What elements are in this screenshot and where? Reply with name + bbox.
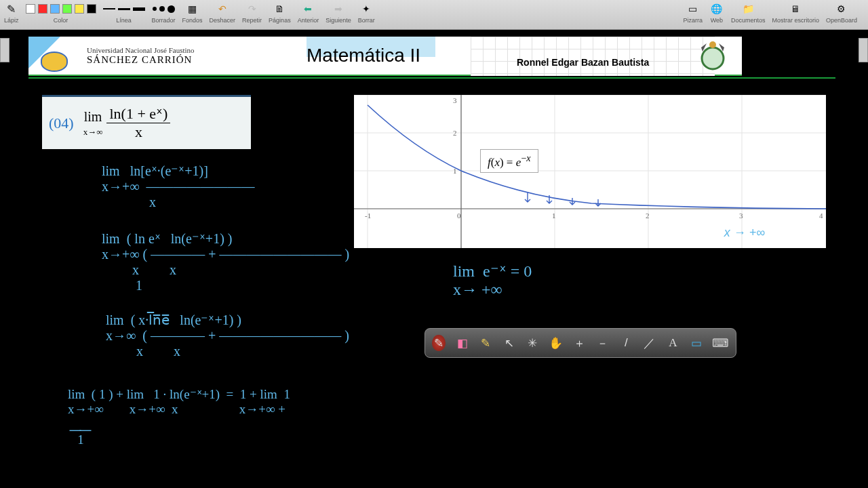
tool-docs[interactable]: 📁 Documentos: [731, 1, 766, 24]
tool-backgrounds[interactable]: ▦ Fondos: [182, 1, 203, 24]
svg-text:3: 3: [739, 211, 743, 220]
problem-box: (04) limx→∞ ln(1 + eˣ) x: [42, 95, 251, 149]
work-line-2: lim ( ln eˣ ln(e⁻ˣ+1) ) x→+∞ ( ———— + ——…: [102, 230, 349, 293]
left-panel-handle[interactable]: [0, 38, 9, 62]
svg-text:-1: -1: [365, 211, 371, 220]
work-line-1: lim ln[eˣ·(e⁻ˣ+1)] x→+∞ ———————— x: [102, 163, 255, 210]
tool-zoomin-icon[interactable]: ＋: [572, 335, 586, 351]
svg-text:4: 4: [819, 211, 823, 220]
svg-text:1: 1: [552, 211, 556, 220]
svg-text:0: 0: [457, 211, 461, 220]
tool-pointer-icon[interactable]: ↖: [502, 335, 515, 351]
divider: [28, 77, 835, 79]
denominator: x: [135, 123, 142, 141]
tool-undo[interactable]: ↶ Deshacer: [210, 1, 236, 24]
label-deshacer: Deshacer: [210, 17, 236, 24]
floating-toolbox[interactable]: ✎ ◧ ✎ ↖ ✳ ✋ ＋ － / ／ A ▭ ⌨: [425, 328, 736, 358]
label-borrar: Borrar: [358, 17, 375, 24]
label-web: Web: [711, 17, 723, 24]
label-repetir: Repetir: [242, 17, 262, 24]
top-toolbar: ✎ Lápiz Color Línea Borrador ▦ Fondos ↶ …: [0, 0, 868, 30]
svg-text:2: 2: [453, 129, 457, 137]
university-subname: SÁNCHEZ CARRIÓN: [87, 54, 195, 66]
label-openboard: OpenBoard: [826, 17, 857, 24]
tool-laser-icon[interactable]: /: [619, 335, 633, 351]
tool-zoomout-icon[interactable]: －: [596, 335, 610, 351]
tool-text-icon[interactable]: A: [666, 335, 679, 351]
course-title: Matemática II: [307, 37, 471, 75]
tool-keyboard-icon[interactable]: ⌨: [713, 335, 729, 351]
label-docs: Documentos: [731, 17, 766, 24]
label-lapiz: Lápiz: [4, 17, 19, 24]
author-name: Ronnel Edgar Bazan Bautista: [517, 57, 649, 68]
svg-text:1: 1: [453, 167, 457, 175]
tool-prev[interactable]: ⬅ Anterior: [298, 1, 319, 24]
board-icon: ▭: [686, 1, 701, 16]
tool-pen-icon[interactable]: ✎: [432, 335, 446, 351]
color-yellow[interactable]: [75, 4, 84, 14]
tool-desktop[interactable]: 🖥 Mostrar escritorio: [772, 1, 819, 24]
label-paginas: Páginas: [269, 17, 291, 24]
label-pizarra: Pizarra: [683, 17, 703, 24]
svg-point-1: [709, 41, 716, 48]
clear-icon: ✦: [359, 1, 374, 16]
color-black[interactable]: [87, 4, 96, 14]
tool-pen[interactable]: ✎ Lápiz: [4, 1, 19, 24]
tool-screen-icon[interactable]: ▭: [690, 335, 703, 351]
desktop-icon: 🖥: [788, 1, 803, 16]
course-header: Universidad Nacional José Faustino SÁNCH…: [28, 37, 742, 76]
tool-hand-sparkle-icon[interactable]: ✳: [526, 335, 539, 351]
page-add-icon: 🗎: [272, 1, 287, 16]
globe-icon: 🌐: [709, 1, 724, 16]
label-anterior: Anterior: [298, 17, 319, 24]
pen-icon: ✎: [7, 3, 16, 16]
work-line-4: lim ( 1 ) + lim 1 · ln(e⁻ˣ+1) = 1 + lim …: [68, 386, 290, 447]
tool-clear[interactable]: ✦ Borrar: [358, 1, 375, 24]
tool-pages[interactable]: 🗎 Páginas: [269, 1, 291, 24]
tool-openboard[interactable]: ⚙ OpenBoard: [826, 1, 857, 24]
university-logo: [28, 37, 80, 75]
label-mostrar: Mostrar escritorio: [772, 17, 819, 24]
color-green[interactable]: [62, 4, 72, 14]
svg-text:2: 2: [646, 211, 650, 220]
tool-hand-icon[interactable]: ✋: [549, 335, 563, 351]
numerator: ln(1 + eˣ): [106, 105, 170, 123]
svg-text:3: 3: [453, 96, 457, 104]
label-siguiente: Siguiente: [326, 17, 351, 24]
tool-line-icon[interactable]: ／: [643, 335, 656, 351]
tool-eraser-icon[interactable]: ◧: [455, 335, 469, 351]
tool-color[interactable]: Color: [26, 1, 96, 24]
folder-icon: 📁: [741, 1, 755, 16]
right-panel-handle[interactable]: [859, 38, 868, 62]
tool-eraser-size[interactable]: Borrador: [152, 1, 176, 24]
work-right-1: lim e⁻ˣ = 0 x→ +∞: [453, 262, 532, 299]
next-icon: ➡: [331, 1, 346, 16]
prev-icon: ⬅: [300, 1, 315, 16]
university-name: Universidad Nacional José Faustino: [87, 46, 195, 54]
undo-icon: ↶: [215, 1, 230, 16]
tool-highlighter-icon[interactable]: ✎: [479, 335, 492, 351]
problem-number: (04): [49, 115, 74, 132]
tool-next[interactable]: ➡ Siguiente: [326, 1, 351, 24]
color-white[interactable]: [26, 4, 35, 14]
color-red[interactable]: [38, 4, 47, 14]
color-blue[interactable]: [50, 4, 60, 14]
tool-board[interactable]: ▭ Pizarra: [683, 1, 703, 24]
tool-web[interactable]: 🌐 Web: [709, 1, 724, 24]
tool-line[interactable]: Línea: [103, 1, 145, 24]
work-line-3: lim ( x·l̅n̅e̅ ln(e⁻ˣ+1) ) x→∞ ( ———— + …: [106, 312, 349, 359]
graph-note: x → +∞: [724, 226, 765, 240]
gear-icon: ⚙: [834, 1, 849, 16]
label-borrador: Borrador: [152, 17, 176, 24]
label-fondos: Fondos: [182, 17, 203, 24]
grid-icon: ▦: [185, 1, 200, 16]
function-label: f(x) = e−x: [480, 149, 538, 173]
badge-icon: [694, 39, 731, 73]
graph-panel: -101234 123 f(x) = e−x x → +∞: [354, 95, 826, 248]
label-color: Color: [54, 17, 68, 24]
label-linea: Línea: [116, 17, 132, 24]
svg-point-0: [702, 47, 724, 69]
tool-redo[interactable]: ↷ Repetir: [242, 1, 262, 24]
redo-icon: ↷: [245, 1, 260, 16]
